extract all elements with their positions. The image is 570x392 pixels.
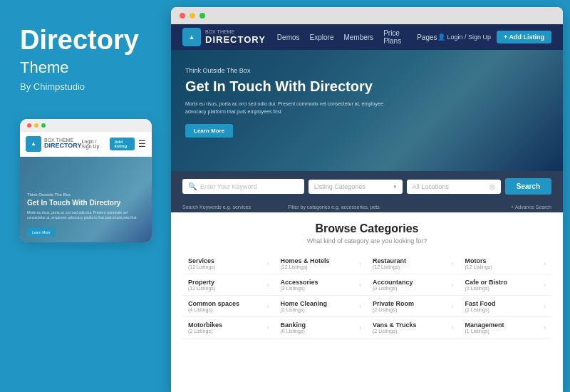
nav-link-demos[interactable]: Demos: [277, 33, 300, 41]
category-name: Home Cleaning: [281, 300, 328, 307]
category-item[interactable]: Restaurant (12 Listings) ›: [367, 253, 460, 274]
site-login-link[interactable]: 👤 Login / Sign Up: [437, 33, 492, 41]
category-name: Motorbikes: [188, 321, 222, 329]
category-item[interactable]: Services (12 Listings) ›: [182, 253, 275, 274]
category-select-label: Listing Categories: [314, 183, 366, 190]
nav-link-explore[interactable]: Explore: [310, 33, 334, 41]
hero-learn-more-button[interactable]: Learn More: [185, 124, 233, 138]
category-info: Restaurant (12 Listings): [373, 257, 406, 269]
category-count: (3 Listings): [281, 286, 318, 291]
search-hint-categories: Filter by categories e.g. accessories, p…: [288, 205, 446, 210]
mobile-logo-icon: ▲: [26, 136, 41, 152]
hero-tagline: Think Outside The Box: [185, 67, 385, 74]
chevron-right-icon: ›: [544, 282, 546, 289]
nav-link-members[interactable]: Members: [343, 33, 373, 41]
nav-link-price-plans[interactable]: Price Plans: [383, 29, 407, 45]
category-info: Accountancy (0 Listings): [373, 279, 413, 291]
nav-link-pages[interactable]: Pages: [417, 33, 437, 41]
category-item[interactable]: Homes & Hotels (12 Listings) ›: [275, 253, 368, 274]
category-name: Vans & Trucks: [373, 321, 417, 329]
mobile-learn-more-button[interactable]: Learn More: [27, 228, 56, 237]
mobile-mockup: ▲ BOX THEME DIRECTORY Login / Sign Up Ad…: [20, 119, 152, 242]
search-location-select[interactable]: All Locations ◎: [407, 180, 501, 194]
category-info: Management (1 Listings): [465, 321, 504, 334]
categories-title: Browse Categories: [182, 222, 551, 235]
browser-dot-red: [180, 13, 185, 19]
category-name: Restaurant: [373, 257, 406, 264]
category-item[interactable]: Banking (0 Listings) ›: [275, 317, 368, 339]
category-item[interactable]: Cafe or Bistro (2 Listings) ›: [460, 274, 552, 296]
categories-section: Browse Categories What kind of category …: [171, 212, 563, 392]
chevron-right-icon: ›: [359, 260, 361, 267]
category-item[interactable]: Fast Food (2 Listings) ›: [460, 296, 552, 317]
category-count: (12 Listings): [188, 286, 215, 291]
categories-grid: Services (12 Listings) › Homes & Hotels …: [182, 253, 551, 339]
browser-window: ▲ BOX THEME DIRECTORY Demos Explore Memb…: [171, 7, 563, 392]
category-info: Banking (0 Listings): [281, 321, 306, 334]
search-bar: 🔍 Enter Your Keyword Listing Categories …: [171, 171, 563, 202]
category-name: Management: [465, 321, 504, 329]
advance-search-link[interactable]: + Advance Search: [446, 205, 551, 210]
mobile-nav: ▲ BOX THEME DIRECTORY Login / Sign Up Ad…: [20, 132, 152, 157]
category-item[interactable]: Property (12 Listings) ›: [182, 274, 275, 296]
category-count: (2 Listings): [373, 329, 417, 334]
chevron-right-icon: ›: [452, 282, 454, 289]
category-name: Homes & Hotels: [281, 257, 330, 264]
category-name: Banking: [281, 321, 306, 329]
category-item[interactable]: Home Cleaning (2 Listings) ›: [275, 296, 368, 317]
category-info: Cafe or Bistro (2 Listings): [465, 279, 508, 291]
mobile-hero-content: Think Outside The Box Get In Touch With …: [20, 187, 152, 242]
category-name: Accessories: [281, 279, 318, 286]
theme-subtitle: Theme: [20, 58, 68, 77]
site-nav-links: Demos Explore Members Price Plans Pages: [277, 29, 437, 45]
category-count: (12 Listings): [373, 264, 406, 269]
category-item[interactable]: Motors (12 Listings) ›: [460, 253, 552, 274]
chevron-right-icon: ›: [359, 303, 361, 310]
add-listing-button[interactable]: + Add Listing: [497, 31, 551, 43]
category-info: Vans & Trucks (2 Listings): [373, 321, 417, 334]
chevron-down-icon: ▾: [393, 183, 397, 190]
category-item[interactable]: Management (1 Listings) ›: [460, 317, 552, 339]
site-hero: Think Outside The Box Get In Touch With …: [171, 50, 563, 171]
mobile-logo-main: DIRECTORY: [44, 143, 82, 150]
site-logo-main-text: DIRECTORY: [205, 35, 266, 45]
search-keyword-input[interactable]: 🔍 Enter Your Keyword: [182, 179, 304, 194]
browser-dot-yellow: [190, 13, 195, 19]
category-info: Accessories (3 Listings): [281, 279, 318, 291]
category-name: Property: [188, 279, 215, 286]
search-hints: Search Keywords e.g. services Filter by …: [171, 202, 563, 212]
mobile-nav-right: Login / Sign Up Add listing ☰: [82, 138, 146, 150]
mobile-dot-green: [41, 123, 46, 128]
category-item[interactable]: Accessories (3 Listings) ›: [275, 274, 368, 296]
category-count: (2 Listings): [465, 307, 496, 312]
category-item[interactable]: Common spaces (4 Listings) ›: [182, 296, 275, 317]
mobile-add-listing-button[interactable]: Add listing: [110, 138, 135, 150]
category-count: (12 Listings): [281, 264, 330, 269]
search-button[interactable]: Search: [505, 178, 551, 195]
category-name: Accountancy: [373, 279, 413, 286]
category-info: Property (12 Listings): [188, 279, 215, 291]
site-navigation: ▲ BOX THEME DIRECTORY Demos Explore Memb…: [171, 24, 563, 50]
category-count: (2 Listings): [188, 329, 222, 334]
mobile-logo: ▲ BOX THEME DIRECTORY: [26, 136, 82, 152]
category-count: (2 Listings): [281, 307, 328, 312]
mobile-dot-yellow: [34, 123, 38, 128]
category-info: Common spaces (4 Listings): [188, 300, 239, 312]
category-item[interactable]: Vans & Trucks (2 Listings) ›: [367, 317, 460, 339]
site-logo: ▲ BOX THEME DIRECTORY: [182, 28, 266, 46]
search-icon: 🔍: [188, 182, 197, 190]
categories-subtitle: What kind of category are you looking fo…: [182, 237, 551, 244]
chevron-right-icon: ›: [544, 260, 546, 267]
category-item[interactable]: Private Room (2 Listings) ›: [367, 296, 460, 317]
category-item[interactable]: Motorbikes (2 Listings) ›: [182, 317, 275, 339]
search-category-select[interactable]: Listing Categories ▾: [309, 180, 403, 194]
mobile-login[interactable]: Login / Sign Up: [82, 139, 107, 149]
left-panel: Directory Theme By Chimpstudio ▲ BOX THE…: [0, 0, 171, 392]
chevron-right-icon: ›: [267, 260, 269, 267]
chevron-right-icon: ›: [544, 303, 546, 310]
login-text: Login / Sign Up: [447, 33, 492, 41]
hamburger-icon[interactable]: ☰: [138, 139, 146, 149]
category-item[interactable]: Accountancy (0 Listings) ›: [367, 274, 460, 296]
category-name: Services: [188, 257, 215, 264]
search-keyword-placeholder: Enter Your Keyword: [200, 183, 257, 190]
